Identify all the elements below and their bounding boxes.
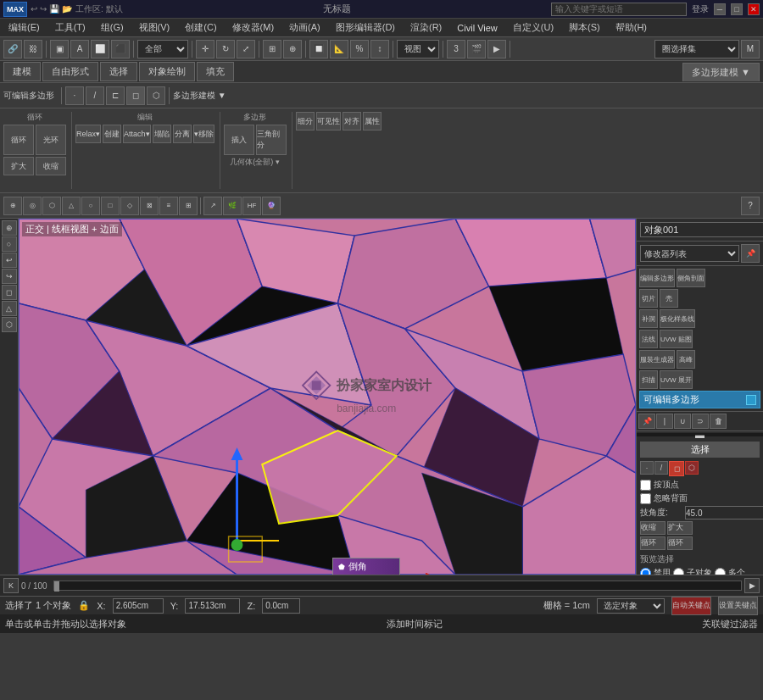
stack-sel-btn[interactable]: | — [656, 414, 673, 429]
title-save[interactable]: 💾 — [49, 4, 59, 14]
menu-custom[interactable]: 自定义(U) — [506, 19, 560, 36]
move-btn[interactable]: ✛ — [196, 40, 214, 58]
stack-btn7[interactable]: 法线 — [639, 330, 658, 348]
ring-btn[interactable]: 光环 — [36, 125, 66, 155]
stack-btn5[interactable]: 补洞 — [639, 309, 658, 328]
attach-btn[interactable]: Attach▾ — [123, 125, 151, 143]
create-btn[interactable]: 创建 — [103, 125, 121, 143]
scene-btn7[interactable]: ◇ — [120, 197, 139, 215]
modifier-list-dropdown[interactable]: 修改器列表 — [640, 245, 739, 262]
title-open[interactable]: 📂 — [62, 4, 72, 14]
selection-set-dropdown[interactable]: 圈选择集 — [654, 40, 739, 58]
loop-btn[interactable]: 循环 — [3, 125, 34, 155]
menu-tools[interactable]: 工具(T) — [48, 19, 92, 36]
close-button[interactable]: ✕ — [748, 3, 760, 15]
stack-btn1[interactable]: 编辑多边形 — [639, 269, 675, 287]
scene-btn14[interactable]: 🔮 — [262, 197, 281, 215]
select-crossing-btn[interactable]: ⬛ — [111, 40, 130, 58]
menu-modifier[interactable]: 修改器(M) — [226, 19, 281, 36]
render-btn[interactable]: 🎬 — [467, 40, 486, 58]
stack-show-all-btn[interactable]: ⊃ — [692, 414, 709, 429]
collapse-btn[interactable]: 塌陷 — [153, 125, 171, 143]
tab-poly-model[interactable]: 多边形建模 ▼ — [682, 63, 760, 81]
title-redo[interactable]: ↪ — [40, 4, 47, 14]
select-btn[interactable]: ▣ — [50, 40, 69, 58]
scene-btn10[interactable]: ⊞ — [179, 197, 198, 215]
loop-sel-btn[interactable]: 循环 — [667, 536, 693, 550]
editable-poly-stack-item[interactable]: 可编辑多边形 — [639, 391, 760, 408]
lt-btn2[interactable]: ○ — [2, 236, 17, 252]
tab-paint[interactable]: 对象绘制 — [139, 62, 195, 81]
help-icon[interactable]: ? — [741, 197, 760, 215]
login-label[interactable]: 登录 — [692, 3, 709, 15]
ring-sel-btn[interactable]: 循环 — [640, 536, 666, 550]
preview-multi-radio[interactable] — [715, 568, 726, 575]
shrink-sel-btn[interactable]: 收缩 — [36, 157, 66, 175]
menu-civil-view[interactable]: Civil View — [450, 21, 504, 35]
scene-btn1[interactable]: ⊕ — [3, 197, 22, 215]
bevel-btn[interactable]: 三角剖分 — [256, 125, 287, 155]
rotate-btn[interactable]: ↻ — [216, 40, 235, 58]
relax-btn[interactable]: Relax▾ — [75, 125, 101, 143]
render-setup-btn[interactable]: 3 — [447, 40, 465, 58]
set-key-btn[interactable]: 设置关键点 — [718, 597, 758, 615]
scene-btn11[interactable]: ↗ — [203, 197, 222, 215]
y-input[interactable] — [185, 598, 240, 614]
auto-key-btn[interactable]: 自动关键点 — [671, 597, 711, 615]
scene-btn8[interactable]: ⊠ — [140, 197, 159, 215]
angle-snap-btn[interactable]: 📐 — [330, 40, 348, 58]
stack-btn12[interactable]: UVW 展开 — [660, 370, 693, 389]
grow-btn[interactable]: 扩大 — [667, 521, 693, 535]
lt-btn7[interactable]: ⬡ — [2, 317, 17, 332]
scene-btn4[interactable]: △ — [62, 197, 81, 215]
maximize-button[interactable]: □ — [731, 3, 743, 15]
preview-subobj-radio[interactable] — [673, 568, 684, 575]
named-sel-btn[interactable]: M — [741, 40, 760, 58]
remove-btn[interactable]: ▾移除 — [193, 125, 214, 143]
stack-btn10[interactable]: 高峰 — [677, 350, 695, 369]
tl-key-btn[interactable]: K — [3, 578, 19, 593]
scene-btn13[interactable]: HF — [242, 197, 261, 215]
snap-btn[interactable]: 🔲 — [309, 40, 328, 58]
stack-btn3[interactable]: 切片 — [639, 289, 658, 308]
sel-poly-icon[interactable]: ◻ — [669, 461, 684, 476]
sel-element-icon[interactable]: ⬡ — [685, 461, 699, 475]
menu-script[interactable]: 脚本(S) — [562, 19, 607, 36]
timeline-thumb[interactable] — [54, 581, 59, 592]
menu-graph-editor[interactable]: 图形编辑器(D) — [329, 19, 402, 36]
select-region-btn[interactable]: ⬜ — [91, 40, 109, 58]
percent-snap-btn[interactable]: % — [350, 40, 369, 58]
poly-mode-btn[interactable]: ◻ — [126, 86, 145, 105]
lt-btn4[interactable]: ↪ — [2, 269, 17, 284]
preview-disabled-radio[interactable] — [640, 568, 651, 575]
stack-btn8[interactable]: UVW 贴图 — [660, 330, 693, 348]
tab-select[interactable]: 选择 — [100, 62, 137, 81]
lock-icon[interactable]: 🔒 — [78, 600, 90, 611]
menu-group[interactable]: 组(G) — [94, 19, 131, 36]
mode-dropdown[interactable]: 选定对象 — [597, 598, 665, 614]
filter-dropdown[interactable]: 全部 — [137, 40, 188, 58]
tab-modeling[interactable]: 建模 — [3, 62, 41, 81]
timeline-track[interactable] — [53, 581, 742, 591]
scene-btn2[interactable]: ◎ — [23, 197, 42, 215]
unlink-btn[interactable]: ⛓ — [24, 40, 42, 58]
object-name-input[interactable] — [640, 222, 763, 237]
ref-coord-btn[interactable]: ⊞ — [263, 40, 281, 58]
scene-btn12[interactable]: 🌿 — [223, 197, 242, 215]
pivot-btn[interactable]: ⊕ — [283, 40, 302, 58]
border-mode-btn[interactable]: ⊏ — [106, 86, 125, 105]
lt-btn6[interactable]: △ — [2, 301, 17, 316]
menu-create[interactable]: 创建(C) — [178, 19, 223, 36]
stack-btn11[interactable]: 扫描 — [639, 370, 658, 389]
spinner-btn[interactable]: ↕ — [370, 40, 389, 58]
element-mode-btn[interactable]: ⬡ — [147, 86, 165, 105]
align-btn[interactable]: 对齐 — [343, 112, 361, 131]
title-undo[interactable]: ↩ — [31, 4, 37, 14]
lt-btn3[interactable]: ↩ — [2, 253, 17, 268]
link-btn[interactable]: 🔗 — [3, 40, 22, 58]
sel-vertex-icon[interactable]: · — [640, 461, 654, 475]
edge-mode-btn[interactable]: / — [86, 86, 104, 105]
stack-pin-btn[interactable]: 📌 — [638, 414, 655, 429]
search-input[interactable] — [551, 3, 687, 16]
visibility-btn[interactable]: 可见性 — [316, 112, 341, 131]
